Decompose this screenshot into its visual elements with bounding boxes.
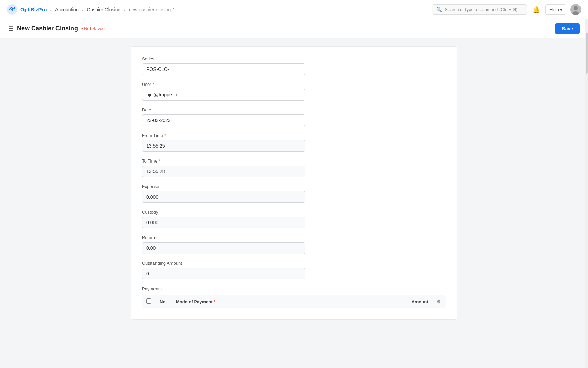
payments-th-checkbox (142, 295, 156, 308)
to-time-required-star: * (159, 158, 161, 164)
custody-input[interactable] (142, 217, 305, 228)
to-time-field-group: To Time * (142, 158, 446, 177)
expense-field-group: Expense (142, 184, 446, 203)
page-title: New Cashier Closing (17, 25, 78, 32)
main-content: Series User * Date From Time * (0, 38, 588, 368)
payments-label: Payments (142, 286, 446, 291)
user-avatar[interactable] (570, 4, 581, 15)
to-time-label: To Time * (142, 158, 446, 164)
not-saved-badge: • Not Saved (81, 26, 105, 31)
returns-label: Returns (142, 235, 446, 240)
returns-field-group: Returns (142, 235, 446, 254)
breadcrumb-cashier-closing[interactable]: Cashier Closing (87, 7, 120, 12)
breadcrumb-sep-3: › (124, 7, 125, 12)
outstanding-amount-label: Outstanding Amount (142, 261, 446, 266)
user-required-star: * (152, 82, 154, 87)
search-placeholder: Search or type a command (Ctrl + G) (445, 7, 518, 12)
series-label: Series (142, 56, 446, 61)
sidebar-toggle-icon[interactable]: ☰ (8, 25, 14, 32)
payments-table: No. Mode of Payment Amount ⚙ (142, 295, 446, 308)
search-bar[interactable]: 🔍 Search or type a command (Ctrl + G) (432, 4, 527, 15)
user-label: User * (142, 82, 446, 87)
payments-th-no: No. (156, 295, 172, 308)
date-input[interactable] (142, 114, 305, 126)
date-label: Date (142, 107, 446, 112)
payments-table-header-row: No. Mode of Payment Amount ⚙ (142, 295, 446, 308)
from-time-label: From Time * (142, 133, 446, 138)
from-time-input[interactable] (142, 140, 305, 152)
date-field-group: Date (142, 107, 446, 126)
search-icon: 🔍 (436, 7, 442, 12)
custody-field-group: Custody (142, 210, 446, 228)
save-button[interactable]: Save (555, 23, 580, 34)
outstanding-amount-field-group: Outstanding Amount (142, 261, 446, 279)
notification-bell-button[interactable]: 🔔 (531, 4, 541, 15)
user-field-group: User * (142, 82, 446, 101)
breadcrumb-sep-2: › (82, 7, 83, 12)
settings-icon[interactable]: ⚙ (437, 299, 441, 304)
svg-point-3 (574, 6, 578, 10)
payments-th-settings: ⚙ (432, 295, 446, 308)
form-card: Series User * Date From Time * (131, 46, 457, 320)
payments-th-mode: Mode of Payment (172, 295, 343, 308)
series-input[interactable] (142, 63, 305, 75)
help-button[interactable]: Help ▾ (545, 4, 566, 15)
from-time-required-star: * (164, 133, 166, 138)
page-header: ☰ New Cashier Closing • Not Saved Save (0, 19, 588, 38)
custody-label: Custody (142, 210, 446, 215)
outstanding-amount-input[interactable] (142, 268, 305, 279)
user-input[interactable] (142, 89, 305, 101)
nav-left: OptiBizPro › Accounting › Cashier Closin… (7, 4, 175, 15)
breadcrumb-sep-1: › (50, 7, 52, 12)
app-logo[interactable]: OptiBizPro (7, 4, 47, 15)
payments-select-all-checkbox[interactable] (146, 298, 151, 304)
app-name: OptiBizPro (20, 6, 47, 12)
top-navigation: OptiBizPro › Accounting › Cashier Closin… (0, 0, 588, 19)
nav-right: 🔍 Search or type a command (Ctrl + G) 🔔 … (432, 4, 581, 15)
series-field-group: Series (142, 56, 446, 75)
returns-input[interactable] (142, 242, 305, 254)
breadcrumb-current: new-cashier-closing-1 (129, 7, 175, 12)
from-time-field-group: From Time * (142, 133, 446, 152)
right-scrollbar[interactable] (585, 19, 588, 368)
page-header-left: ☰ New Cashier Closing • Not Saved (8, 25, 105, 32)
chevron-down-icon: ▾ (560, 7, 562, 12)
expense-input[interactable] (142, 191, 305, 203)
breadcrumb-accounting[interactable]: Accounting (55, 7, 79, 12)
payments-th-amount: Amount (343, 295, 432, 308)
payments-section: Payments No. Mode of Payment Amount ⚙ (142, 286, 446, 308)
svg-point-1 (11, 9, 13, 11)
scrollbar-thumb (586, 33, 588, 74)
expense-label: Expense (142, 184, 446, 189)
to-time-input[interactable] (142, 166, 305, 177)
